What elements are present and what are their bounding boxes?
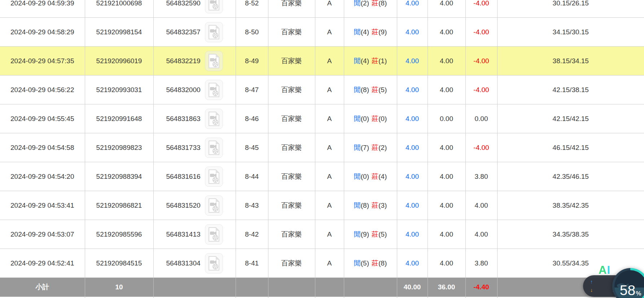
player-result-value: (0) — [361, 115, 369, 122]
bet-id: 521920996019 — [85, 47, 153, 75]
valid-amount: 4.00 — [428, 220, 465, 249]
video-file-icon — [208, 198, 220, 213]
progress-percent-value: 58 — [620, 283, 635, 297]
game-type: 百家樂 — [268, 0, 315, 18]
player-result-value: (0) — [361, 173, 369, 180]
video-replay-button[interactable] — [205, 195, 223, 216]
game-id: 564832590 — [166, 0, 200, 7]
bet-id: 521920984515 — [85, 249, 153, 278]
banker-result-value: (5) — [378, 230, 387, 238]
table-code: A — [315, 162, 344, 191]
result-cell: 閒(4)莊(9) — [344, 18, 397, 47]
table-row[interactable]: 2024-09-29 04:52:41 521920984515 5648313… — [0, 249, 644, 278]
ai-overlay-label[interactable]: AI — [599, 264, 610, 276]
balance-after: 34.15/30.15 — [497, 18, 644, 47]
table-row[interactable]: 2024-09-29 04:54:20 521920988394 5648316… — [0, 162, 644, 191]
balance-after: 42.35/46.15 — [497, 162, 644, 191]
game-id: 564831520 — [166, 202, 200, 210]
bet-time: 2024-09-29 04:54:58 — [0, 133, 85, 162]
player-result-label: 閒 — [354, 202, 361, 209]
player-result-label: 閒 — [354, 115, 361, 122]
video-replay-button[interactable] — [205, 109, 223, 129]
player-result-label: 閒 — [354, 86, 361, 94]
valid-amount: 4.00 — [428, 18, 465, 47]
round-number: 8-47 — [236, 75, 268, 104]
player-result-value: (2) — [361, 0, 369, 7]
player-result-label: 閒 — [354, 230, 361, 238]
win-loss-amount: 4.00 — [465, 220, 497, 249]
result-cell: 閒(4)莊(1) — [344, 47, 397, 75]
table-viewport: 2024-09-29 04:59:39 521921000698 5648325… — [0, 0, 644, 298]
game-id: 564832219 — [166, 57, 200, 65]
round-number: 8-41 — [236, 249, 268, 278]
win-loss-amount: -4.00 — [465, 18, 497, 47]
progress-value-group: 58 % — [620, 283, 641, 298]
win-loss-amount: -4.00 — [465, 133, 497, 162]
banker-result-value: (9) — [378, 28, 387, 36]
video-replay-button[interactable] — [205, 0, 223, 13]
table-code: A — [315, 18, 344, 47]
table-code: A — [315, 249, 344, 278]
bet-id: 521921000698 — [85, 0, 153, 18]
table-row[interactable]: 2024-09-29 04:57:35 521920996019 5648322… — [0, 47, 644, 75]
game-id-cell: 564831520 — [153, 191, 236, 220]
balance-after: 34.35/38.35 — [497, 220, 644, 249]
up-arrow-icon: ↑ — [589, 278, 594, 286]
table-row[interactable]: 2024-09-29 04:53:41 521920986821 5648315… — [0, 191, 644, 220]
bet-time: 2024-09-29 04:57:35 — [0, 47, 85, 75]
player-result-value: (7) — [361, 144, 369, 151]
video-replay-button[interactable] — [205, 224, 223, 245]
table-row[interactable]: 2024-09-29 04:58:29 521920998154 5648323… — [0, 18, 644, 47]
next-row-clipped — [0, 297, 644, 298]
win-loss-amount: -4.00 — [465, 0, 497, 18]
bet-time: 2024-09-29 04:59:39 — [0, 0, 85, 18]
table-code: A — [315, 75, 344, 104]
balance-after: 42.15/42.15 — [497, 104, 644, 133]
player-result-label: 閒 — [354, 0, 361, 7]
video-replay-button[interactable] — [205, 253, 223, 273]
bet-amount: 4.00 — [397, 47, 428, 75]
banker-result-value: (5) — [378, 86, 387, 94]
round-number: 8-49 — [236, 47, 268, 75]
bet-time: 2024-09-29 04:52:41 — [0, 249, 85, 278]
table-code: A — [315, 104, 344, 133]
banker-result-label: 莊 — [372, 115, 378, 122]
bet-id: 521920985596 — [85, 220, 153, 249]
table-code: A — [315, 133, 344, 162]
table-code: A — [315, 0, 344, 18]
table-row[interactable]: 2024-09-29 04:53:07 521920985596 5648314… — [0, 220, 644, 249]
subtotal-label: 小計 — [0, 278, 85, 297]
banker-result-value: (1) — [378, 57, 387, 65]
balance-after: 30.15/26.15 — [497, 0, 644, 18]
game-id: 564831616 — [166, 173, 200, 181]
table-row[interactable]: 2024-09-29 04:56:22 521920993031 5648320… — [0, 75, 644, 104]
bet-amount: 4.00 — [397, 162, 428, 191]
game-type: 百家樂 — [268, 249, 315, 278]
video-replay-button[interactable] — [205, 22, 223, 42]
valid-amount: 4.00 — [428, 47, 465, 75]
video-replay-button[interactable] — [205, 167, 223, 187]
table-row[interactable]: 2024-09-29 04:59:39 521921000698 5648325… — [0, 0, 644, 18]
game-id: 564831863 — [166, 115, 200, 123]
table-row[interactable]: 2024-09-29 04:54:58 521920989823 5648317… — [0, 133, 644, 162]
bet-id: 521920998154 — [85, 18, 153, 47]
video-replay-button[interactable] — [205, 138, 223, 158]
banker-result-label: 莊 — [372, 0, 378, 7]
bet-time: 2024-09-29 04:55:45 — [0, 104, 85, 133]
subtotal-bet: 40.00 — [397, 278, 428, 297]
banker-result-value: (0) — [378, 115, 387, 122]
win-loss-amount: 0.00 — [465, 104, 497, 133]
game-id-cell: 564831304 — [153, 249, 236, 278]
game-id-cell: 564831863 — [153, 104, 236, 133]
video-replay-button[interactable] — [205, 51, 223, 71]
valid-amount: 4.00 — [428, 133, 465, 162]
banker-result-label: 莊 — [372, 259, 378, 267]
game-id: 564832357 — [166, 28, 200, 36]
banker-result-label: 莊 — [372, 144, 378, 151]
result-cell: 閒(0)莊(4) — [344, 162, 397, 191]
video-replay-button[interactable] — [205, 80, 223, 100]
game-id-cell: 564832590 — [153, 0, 236, 18]
video-file-icon — [208, 169, 220, 184]
table-row[interactable]: 2024-09-29 04:55:45 521920991648 5648318… — [0, 104, 644, 133]
bet-id: 521920991648 — [85, 104, 153, 133]
